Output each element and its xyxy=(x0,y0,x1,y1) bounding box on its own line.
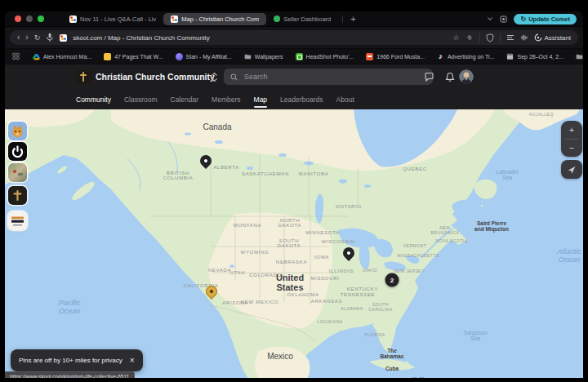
folder-icon xyxy=(576,53,583,60)
map-pin-member[interactable] xyxy=(200,155,212,169)
browser-tab-live-call[interactable]: Nov 11 - Live Q&A-Call - Liv xyxy=(62,13,163,25)
divider xyxy=(479,33,480,42)
tab-label: Nov 11 - Live Q&A-Call - Liv xyxy=(80,16,156,23)
omnibox[interactable]: ‹ › ↻ skool.com / Map - Christian Church… xyxy=(10,30,578,45)
folder-icon xyxy=(244,53,252,60)
document-icon xyxy=(104,53,111,60)
skool-favicon xyxy=(171,16,178,23)
zoom-out-button[interactable]: − xyxy=(561,140,582,158)
map-pin-own-location[interactable] xyxy=(206,286,217,300)
map-canvas[interactable]: CanadaKUJALLEQBRITISH COLUMBIAALBERTASAS… xyxy=(5,109,583,378)
user-avatar[interactable] xyxy=(459,69,474,84)
community-nav: Community Classroom Calendar Members Map… xyxy=(5,90,583,109)
nav-tab-members[interactable]: Members xyxy=(212,90,240,109)
window-controls xyxy=(10,16,62,22)
url-text[interactable]: skool.com / Map - Christian Church Commu… xyxy=(73,34,210,42)
ford-site-icon xyxy=(366,53,373,60)
bookmark-star-icon[interactable]: ☆ xyxy=(452,33,459,42)
bookmark-item[interactable]: Alex Hormozi Ma... xyxy=(33,53,91,60)
apps-grid-icon[interactable] xyxy=(12,53,20,60)
shield-icon[interactable] xyxy=(486,33,494,42)
copy-link-icon[interactable] xyxy=(466,33,474,42)
notifications-bell-icon[interactable] xyxy=(445,72,455,82)
forward-icon[interactable]: › xyxy=(25,33,28,42)
locate-arrow-icon xyxy=(567,165,577,175)
tab-divider xyxy=(342,16,343,23)
voice-mode-icon[interactable] xyxy=(520,33,528,42)
map-base-layer xyxy=(5,109,583,378)
voice-search-icon[interactable] xyxy=(46,33,54,42)
map-avatar-cat[interactable] xyxy=(8,122,27,140)
locate-me-button[interactable] xyxy=(561,160,582,179)
browser-window: Nov 11 - Live Q&A-Call - Liv Map - Chris… xyxy=(5,11,583,378)
bookmark-item[interactable]: Sep 28–Oct 4, 2... xyxy=(506,53,563,60)
map-pin-member[interactable] xyxy=(343,247,354,261)
browser-tab-seller-dashboard[interactable]: Seller Dashboard xyxy=(266,13,338,25)
seller-dashboard-favicon xyxy=(274,16,280,22)
calendar-icon xyxy=(506,53,514,60)
nav-tab-leaderboards[interactable]: Leaderboards xyxy=(280,90,323,109)
community-name[interactable]: Christian Church Community xyxy=(96,64,215,90)
map-avatar-power[interactable] xyxy=(8,142,27,161)
nav-tab-community[interactable]: Community xyxy=(76,90,111,109)
update-comet-button[interactable]: ↻ Update Comet xyxy=(514,14,577,24)
bookmark-item[interactable]: HeadShot Photo'... xyxy=(296,53,354,60)
headshot-app-icon xyxy=(296,53,303,60)
bookmark-item[interactable]: ♪ Advertising on Ti... xyxy=(437,53,495,60)
chevron-down-icon[interactable] xyxy=(487,16,493,22)
map-zoom-control: + − xyxy=(561,121,582,157)
nav-tab-about[interactable]: About xyxy=(336,90,354,109)
community-switcher-icon[interactable] xyxy=(211,72,218,82)
bookmark-item[interactable]: Stan - My Affiliat... xyxy=(176,53,232,60)
zoom-in-button[interactable]: + xyxy=(561,121,582,139)
tiktok-icon: ♪ xyxy=(437,53,444,60)
bookmark-item[interactable]: 47 Pages That W... xyxy=(104,53,163,60)
site-favicon xyxy=(60,34,67,42)
community-logo[interactable] xyxy=(76,69,91,84)
address-bar-row: ‹ › ↻ skool.com / Map - Christian Church… xyxy=(5,27,583,49)
stan-icon xyxy=(176,53,183,60)
google-drive-icon xyxy=(33,53,40,60)
map-avatar-cross[interactable] xyxy=(8,186,27,205)
nav-tab-classroom[interactable]: Classroom xyxy=(124,90,158,109)
cross-icon xyxy=(78,71,88,82)
skool-header: Christian Church Community xyxy=(5,64,583,90)
new-tab-button[interactable]: + xyxy=(347,13,359,25)
divider xyxy=(500,33,501,42)
bookmarks-bar: Alex Hormozi Ma... 47 Pages That W... St… xyxy=(5,49,583,64)
reload-icon[interactable]: ↻ xyxy=(34,33,41,42)
search-bar[interactable] xyxy=(224,69,433,85)
chat-icon[interactable] xyxy=(424,72,434,82)
map-avatar-art[interactable] xyxy=(8,163,27,182)
minimize-window-button[interactable] xyxy=(26,16,33,22)
tab-label: Map - Christian Church Com xyxy=(181,16,259,23)
back-icon[interactable]: ‹ xyxy=(17,33,20,42)
nav-tab-calendar[interactable]: Calendar xyxy=(171,90,199,109)
search-input[interactable] xyxy=(243,72,393,82)
refresh-icon: ↻ xyxy=(520,16,526,23)
bookmark-item[interactable]: Wallpapers xyxy=(244,53,283,60)
tab-label: Seller Dashboard xyxy=(283,16,331,23)
bookmark-item[interactable]: Imported From... xyxy=(576,53,583,60)
nav-tab-map[interactable]: Map xyxy=(254,90,268,109)
close-window-button[interactable] xyxy=(15,16,21,22)
map-avatar-business[interactable] xyxy=(8,211,27,230)
status-url-tooltip: https://www.skool.com/kingdom-life-colle… xyxy=(5,371,135,378)
assistant-logo-icon xyxy=(534,33,542,42)
privacy-toast-text: Pins are off by 10+ miles for privacy xyxy=(19,357,122,364)
skool-favicon xyxy=(69,16,77,23)
reader-list-icon[interactable] xyxy=(506,33,514,42)
bookmark-item[interactable]: 1966 Ford Musta... xyxy=(366,53,425,60)
browser-tab-map-active[interactable]: Map - Christian Church Com xyxy=(163,13,266,25)
search-icon xyxy=(230,73,238,81)
extensions-icon[interactable] xyxy=(500,16,507,23)
zoom-window-button[interactable] xyxy=(38,16,44,22)
map-pin-cluster[interactable]: 2 xyxy=(385,273,399,287)
tab-strip: Nov 11 - Live Q&A-Call - Liv Map - Chris… xyxy=(5,11,583,27)
assistant-button[interactable]: Assistant xyxy=(534,33,571,42)
close-icon[interactable]: × xyxy=(130,357,135,365)
privacy-toast: Pins are off by 10+ miles for privacy × xyxy=(11,349,143,371)
